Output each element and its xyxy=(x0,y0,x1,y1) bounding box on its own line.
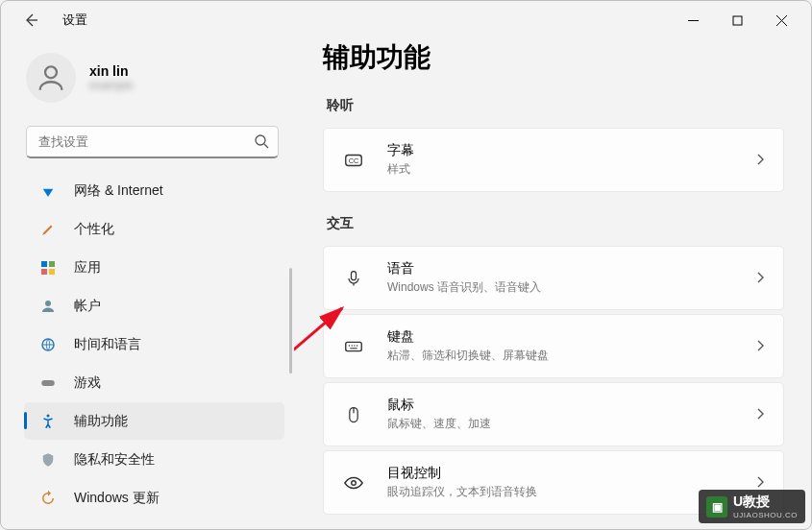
card-captions[interactable]: CC 字幕 样式 xyxy=(323,128,784,192)
sidebar-item-label: 隐私和安全性 xyxy=(74,451,155,469)
globe-icon xyxy=(37,334,59,355)
back-button[interactable] xyxy=(16,6,45,35)
svg-rect-10 xyxy=(49,269,55,275)
settings-window: 设置 xin lin example xyxy=(0,0,812,530)
wifi-icon xyxy=(37,181,59,202)
svg-rect-7 xyxy=(41,261,47,267)
watermark: ▣ U教授 UJIAOSHOU.CO xyxy=(699,490,805,523)
brush-icon xyxy=(37,219,59,240)
chevron-right-icon xyxy=(754,474,766,492)
card-voice[interactable]: 语音 Windows 语音识别、语音键入 xyxy=(323,246,784,310)
sidebar-item-apps[interactable]: 应用 xyxy=(24,249,284,286)
svg-rect-17 xyxy=(352,271,357,279)
sidebar-item-accounts[interactable]: 帐户 xyxy=(24,287,284,325)
section-interact: 交互 xyxy=(327,215,784,232)
sidebar: xin lin example 网络 & Internet 个性化 xyxy=(1,39,294,529)
maximize-button[interactable] xyxy=(715,5,759,36)
mic-icon xyxy=(341,266,366,291)
window-title: 设置 xyxy=(62,12,87,29)
arrow-left-icon xyxy=(23,12,38,28)
mouse-icon xyxy=(341,402,366,427)
card-title: 目视控制 xyxy=(387,465,754,482)
svg-rect-9 xyxy=(41,269,47,275)
card-subtitle: 鼠标键、速度、加速 xyxy=(387,416,754,432)
card-title: 鼠标 xyxy=(387,397,754,414)
svg-line-6 xyxy=(264,144,268,148)
minimize-icon xyxy=(688,15,699,26)
section-listen: 聆听 xyxy=(327,97,784,114)
avatar xyxy=(26,53,76,103)
sidebar-item-label: Windows 更新 xyxy=(74,490,160,507)
svg-rect-18 xyxy=(346,342,362,350)
svg-point-21 xyxy=(354,345,355,346)
chevron-right-icon xyxy=(754,338,766,355)
titlebar: 设置 xyxy=(1,1,811,39)
close-icon xyxy=(776,15,787,26)
search-wrap xyxy=(26,126,279,158)
chevron-right-icon xyxy=(754,270,766,287)
svg-rect-1 xyxy=(733,16,742,25)
search-input[interactable] xyxy=(26,126,279,158)
apps-icon xyxy=(37,257,59,278)
sidebar-item-label: 网络 & Internet xyxy=(74,182,163,200)
window-controls xyxy=(671,5,803,36)
svg-point-4 xyxy=(45,66,57,78)
maximize-icon xyxy=(732,15,743,26)
svg-point-5 xyxy=(256,135,265,145)
card-title: 字幕 xyxy=(387,142,754,159)
svg-point-22 xyxy=(357,345,357,346)
svg-point-14 xyxy=(47,414,50,417)
page-title: 辅助功能 xyxy=(323,39,784,76)
close-button[interactable] xyxy=(759,5,803,36)
gamepad-icon xyxy=(37,373,59,394)
watermark-logo-icon: ▣ xyxy=(706,496,727,518)
svg-point-11 xyxy=(45,301,51,306)
sidebar-scrollbar[interactable] xyxy=(289,268,292,373)
card-keyboard[interactable]: 键盘 粘滞、筛选和切换键、屏幕键盘 xyxy=(323,314,784,378)
shield-icon xyxy=(37,449,59,470)
sidebar-item-label: 时间和语言 xyxy=(74,336,141,353)
user-email: example xyxy=(89,79,133,92)
sidebar-item-label: 个性化 xyxy=(74,221,114,238)
nav-list: 网络 & Internet 个性化 应用 帐户 时间和语言 xyxy=(20,172,294,529)
svg-text:CC: CC xyxy=(349,156,359,164)
captions-icon: CC xyxy=(341,148,366,173)
svg-rect-8 xyxy=(49,261,55,267)
main-content: 辅助功能 聆听 CC 字幕 样式 交互 语音 Windows 语音识别、语音键入 xyxy=(294,39,811,529)
svg-point-19 xyxy=(349,345,350,346)
svg-point-26 xyxy=(352,480,357,485)
sidebar-item-label: 应用 xyxy=(74,259,101,277)
card-subtitle: Windows 语音识别、语音键入 xyxy=(387,279,754,296)
sidebar-item-accessibility[interactable]: 辅助功能 xyxy=(24,402,284,440)
card-title: 键盘 xyxy=(387,328,754,346)
card-mouse[interactable]: 鼠标 鼠标键、速度、加速 xyxy=(323,382,784,446)
watermark-brand: U教授 xyxy=(733,494,770,509)
account-icon xyxy=(37,296,59,317)
sidebar-item-label: 辅助功能 xyxy=(74,413,128,430)
sidebar-item-time-language[interactable]: 时间和语言 xyxy=(24,325,284,363)
keyboard-icon xyxy=(341,334,366,359)
search-icon xyxy=(254,133,269,153)
chevron-right-icon xyxy=(754,406,766,423)
svg-rect-13 xyxy=(41,380,55,386)
minimize-button[interactable] xyxy=(671,5,715,36)
card-title: 语音 xyxy=(387,260,754,277)
person-icon xyxy=(35,61,67,94)
sidebar-item-personalization[interactable]: 个性化 xyxy=(24,210,284,248)
sidebar-item-privacy[interactable]: 隐私和安全性 xyxy=(24,441,284,478)
update-icon xyxy=(37,488,59,509)
sidebar-item-windows-update[interactable]: Windows 更新 xyxy=(24,479,284,517)
eye-icon xyxy=(341,470,366,495)
accessibility-icon xyxy=(37,411,59,432)
sidebar-item-label: 游戏 xyxy=(74,374,101,392)
user-account-block[interactable]: xin lin example xyxy=(20,47,294,116)
card-subtitle: 样式 xyxy=(387,161,754,178)
user-name: xin lin xyxy=(89,63,133,79)
watermark-url: UJIAOSHOU.CO xyxy=(733,511,798,519)
sidebar-item-label: 帐户 xyxy=(74,298,101,315)
card-subtitle: 粘滞、筛选和切换键、屏幕键盘 xyxy=(387,348,754,364)
sidebar-item-gaming[interactable]: 游戏 xyxy=(24,364,284,401)
chevron-right-icon xyxy=(754,152,766,169)
sidebar-item-network[interactable]: 网络 & Internet xyxy=(24,172,284,209)
svg-point-20 xyxy=(351,345,352,346)
